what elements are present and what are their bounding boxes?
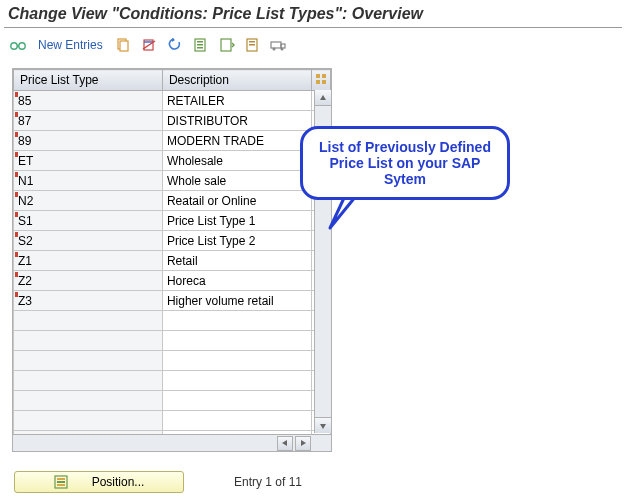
table-row[interactable]: ETWholesale bbox=[14, 151, 331, 171]
cell-desc[interactable] bbox=[162, 371, 311, 391]
annotation-callout: List of Previously Defined Price List on… bbox=[300, 126, 510, 200]
cell-desc[interactable]: Wholesale bbox=[162, 151, 311, 171]
table-row[interactable]: Z3Higher volume retail bbox=[14, 291, 331, 311]
svg-rect-16 bbox=[281, 44, 285, 48]
table-row[interactable]: S1Price List Type 1 bbox=[14, 211, 331, 231]
cell-code[interactable]: 89 bbox=[14, 131, 163, 151]
table-row[interactable]: 85RETAILER bbox=[14, 91, 331, 111]
cell-code[interactable] bbox=[14, 411, 163, 431]
cell-desc[interactable] bbox=[162, 331, 311, 351]
select-all-icon[interactable] bbox=[191, 36, 211, 54]
table-row[interactable]: 89MODERN TRADE bbox=[14, 131, 331, 151]
position-icon bbox=[54, 475, 68, 489]
toolbar: New Entries bbox=[0, 34, 626, 60]
table-row[interactable] bbox=[14, 411, 331, 431]
table-row[interactable] bbox=[14, 331, 331, 351]
svg-point-18 bbox=[280, 48, 283, 51]
cell-code[interactable] bbox=[14, 351, 163, 371]
cell-code[interactable]: S1 bbox=[14, 211, 163, 231]
svg-rect-8 bbox=[197, 41, 203, 43]
cell-code[interactable] bbox=[14, 391, 163, 411]
price-list-table: Price List Type Description 85RETAILER87… bbox=[12, 68, 332, 452]
table-row[interactable]: N2Reatail or Online bbox=[14, 191, 331, 211]
delete-icon[interactable] bbox=[139, 36, 159, 54]
cell-desc[interactable]: Higher volume retail bbox=[162, 291, 311, 311]
entry-counter: Entry 1 of 11 bbox=[234, 475, 302, 489]
table-row[interactable] bbox=[14, 371, 331, 391]
new-entries-button[interactable]: New Entries bbox=[34, 38, 107, 52]
cell-desc[interactable]: Whole sale bbox=[162, 171, 311, 191]
table-row[interactable]: Z2Horeca bbox=[14, 271, 331, 291]
cell-desc[interactable]: Horeca bbox=[162, 271, 311, 291]
cell-code[interactable]: N1 bbox=[14, 171, 163, 191]
table-row[interactable]: 87DISTRIBUTOR bbox=[14, 111, 331, 131]
svg-rect-20 bbox=[322, 74, 326, 78]
cell-desc[interactable] bbox=[162, 311, 311, 331]
cell-code[interactable] bbox=[14, 331, 163, 351]
cell-desc[interactable]: Price List Type 1 bbox=[162, 211, 311, 231]
svg-point-1 bbox=[19, 43, 25, 49]
table-row[interactable]: S2Price List Type 2 bbox=[14, 231, 331, 251]
svg-point-0 bbox=[11, 43, 17, 49]
deselect-all-icon[interactable] bbox=[243, 36, 263, 54]
table-row[interactable] bbox=[14, 351, 331, 371]
table-config-icon[interactable] bbox=[311, 70, 330, 91]
undo-icon[interactable] bbox=[165, 36, 185, 54]
svg-rect-11 bbox=[221, 39, 231, 51]
cell-code[interactable]: Z3 bbox=[14, 291, 163, 311]
position-label: Position... bbox=[92, 475, 145, 489]
cell-code[interactable]: ET bbox=[14, 151, 163, 171]
glasses-icon[interactable] bbox=[8, 36, 28, 54]
svg-rect-10 bbox=[197, 47, 203, 49]
svg-rect-15 bbox=[271, 42, 281, 48]
col-header-code[interactable]: Price List Type bbox=[14, 70, 163, 91]
cell-desc[interactable]: Retail bbox=[162, 251, 311, 271]
copy-icon[interactable] bbox=[113, 36, 133, 54]
scroll-right-icon[interactable] bbox=[295, 436, 311, 451]
cell-desc[interactable]: RETAILER bbox=[162, 91, 311, 111]
cell-desc[interactable] bbox=[162, 391, 311, 411]
svg-rect-14 bbox=[249, 44, 255, 46]
select-block-icon[interactable] bbox=[217, 36, 237, 54]
svg-rect-9 bbox=[197, 44, 203, 46]
position-button[interactable]: Position... bbox=[14, 471, 184, 493]
svg-rect-3 bbox=[120, 41, 128, 51]
cell-desc[interactable]: MODERN TRADE bbox=[162, 131, 311, 151]
cell-code[interactable]: Z1 bbox=[14, 251, 163, 271]
svg-rect-21 bbox=[316, 80, 320, 84]
cell-desc[interactable]: Reatail or Online bbox=[162, 191, 311, 211]
svg-rect-24 bbox=[57, 478, 65, 480]
scroll-down-icon[interactable] bbox=[315, 417, 331, 433]
cell-desc[interactable] bbox=[162, 351, 311, 371]
scroll-left-icon[interactable] bbox=[277, 436, 293, 451]
cell-code[interactable] bbox=[14, 311, 163, 331]
transport-icon[interactable] bbox=[269, 36, 289, 54]
title-divider bbox=[4, 27, 622, 28]
page-title: Change View "Conditions: Price List Type… bbox=[0, 0, 626, 27]
table-row[interactable] bbox=[14, 391, 331, 411]
svg-point-17 bbox=[272, 48, 275, 51]
svg-rect-19 bbox=[316, 74, 320, 78]
table-row[interactable] bbox=[14, 311, 331, 331]
cell-code[interactable]: Z2 bbox=[14, 271, 163, 291]
col-header-desc[interactable]: Description bbox=[162, 70, 311, 91]
callout-tail-icon bbox=[326, 194, 366, 234]
cell-desc[interactable]: DISTRIBUTOR bbox=[162, 111, 311, 131]
cell-desc[interactable] bbox=[162, 411, 311, 431]
horizontal-scrollbar[interactable] bbox=[13, 434, 331, 451]
footer: Position... Entry 1 of 11 bbox=[14, 471, 302, 493]
cell-code[interactable]: N2 bbox=[14, 191, 163, 211]
table-row[interactable]: N1Whole sale bbox=[14, 171, 331, 191]
svg-rect-13 bbox=[249, 41, 255, 43]
scroll-up-icon[interactable] bbox=[315, 90, 331, 106]
table-row[interactable]: Z1Retail bbox=[14, 251, 331, 271]
cell-desc[interactable]: Price List Type 2 bbox=[162, 231, 311, 251]
cell-code[interactable]: 85 bbox=[14, 91, 163, 111]
svg-rect-25 bbox=[57, 481, 65, 483]
cell-code[interactable]: 87 bbox=[14, 111, 163, 131]
svg-rect-26 bbox=[57, 484, 65, 486]
svg-rect-22 bbox=[322, 80, 326, 84]
cell-code[interactable]: S2 bbox=[14, 231, 163, 251]
cell-code[interactable] bbox=[14, 371, 163, 391]
